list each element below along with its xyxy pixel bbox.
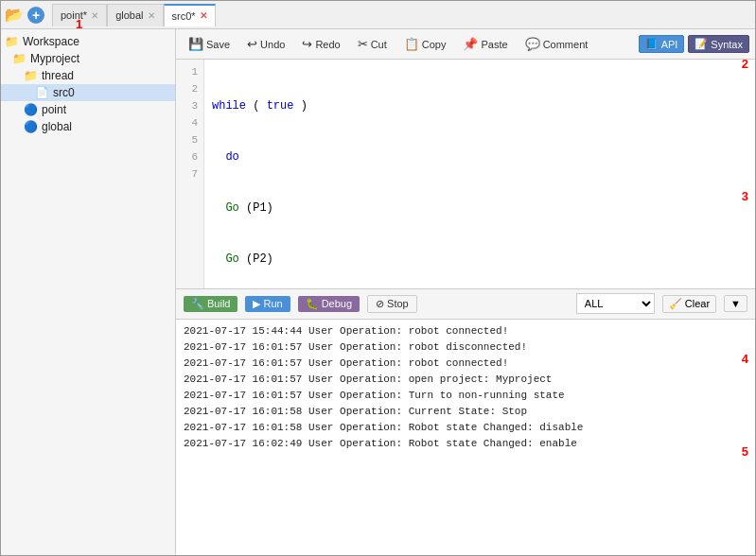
line-num-4: 4 — [176, 114, 203, 131]
point-icon: 🔵 — [24, 103, 38, 116]
line-num-7: 7 — [176, 165, 203, 182]
src0-icon: 📄 — [35, 86, 49, 99]
clear-button[interactable]: 🧹 Clear — [662, 295, 716, 313]
point-label: point — [42, 103, 66, 116]
bottom-toolbar: 🔧 Build ▶ Run 🐛 Debug ⊘ Stop ALL — [176, 289, 755, 320]
sidebar-item-myproject[interactable]: 📁 Myproject — [1, 50, 175, 67]
sidebar-item-point[interactable]: 🔵 point — [1, 101, 175, 118]
tab-point[interactable]: point* ✕ — [52, 4, 107, 26]
main-window: 📂 + point* ✕ global ✕ src0* ✕ 📁 Workspac… — [0, 0, 756, 556]
tab-point-label: point* — [61, 9, 87, 21]
line-numbers: 1 2 3 4 5 6 7 — [176, 60, 204, 288]
comment-button[interactable]: 💬 Comment — [519, 34, 595, 54]
editor-toolbar: 💾 Save ↩ Undo ↪ Redo ✂ Cut 📋 Copy — [176, 29, 755, 60]
myproject-icon: 📁 — [12, 52, 26, 65]
code-editor[interactable]: 1 2 3 4 5 6 7 while ( true ) do Go (P1) … — [176, 60, 755, 289]
code-line-2: do — [212, 148, 747, 165]
tab-bar: point* ✕ global ✕ src0* ✕ — [52, 4, 216, 26]
tab-src0-label: src0* — [172, 10, 196, 22]
cut-button[interactable]: ✂ Cut — [351, 34, 394, 54]
folder-icon: 📂 — [5, 6, 24, 24]
tab-global[interactable]: global ✕ — [107, 4, 163, 26]
debug-icon: 🐛 — [306, 298, 319, 310]
redo-button[interactable]: ↪ Redo — [295, 34, 346, 54]
comment-icon: 💬 — [525, 37, 540, 51]
paste-button[interactable]: 📌 Paste — [456, 34, 514, 54]
api-icon: 📘 — [645, 38, 659, 50]
tab-global-label: global — [115, 9, 143, 21]
build-button[interactable]: 🔧 Build — [184, 296, 237, 312]
sidebar-item-workspace[interactable]: 📁 Workspace — [1, 33, 175, 50]
sidebar: 📁 Workspace 📁 Myproject 📁 thread 📄 src0 … — [1, 29, 176, 555]
code-line-4: Go (P2) — [212, 251, 747, 268]
stop-icon: ⊘ — [376, 298, 384, 310]
add-tab-button[interactable]: + — [27, 7, 44, 24]
log-dropdown-button[interactable]: ▼ — [724, 295, 747, 312]
build-icon: 🔧 — [191, 298, 204, 310]
thread-label: thread — [42, 69, 74, 82]
line-num-5: 5 — [176, 131, 203, 148]
api-button[interactable]: 📘 API — [639, 35, 685, 53]
tab-global-close[interactable]: ✕ — [148, 10, 155, 21]
line-num-1: 1 — [176, 63, 203, 80]
debug-button[interactable]: 🐛 Debug — [298, 296, 360, 312]
line-num-6: 6 — [176, 148, 203, 165]
log-line-7: 2021-07-17 16:01:58 User Operation: Robo… — [184, 420, 747, 436]
syntax-button[interactable]: 📝 Syntax — [688, 35, 749, 53]
line-num-2: 2 — [176, 80, 203, 97]
code-content[interactable]: while ( true ) do Go (P1) Go (P2) end — [204, 60, 755, 288]
log-area: 2021-07-17 15:44:44 User Operation: robo… — [176, 320, 755, 556]
sidebar-item-thread[interactable]: 📁 thread — [1, 67, 175, 84]
clear-icon: 🧹 — [669, 298, 682, 310]
log-filter-select[interactable]: ALL ERROR WARNING INFO — [576, 293, 655, 314]
right-panel: 💾 Save ↩ Undo ↪ Redo ✂ Cut 📋 Copy — [176, 29, 755, 555]
stop-button[interactable]: ⊘ Stop — [367, 295, 417, 313]
log-line-4: 2021-07-17 16:01:57 User Operation: open… — [184, 372, 747, 388]
log-line-1: 2021-07-17 15:44:44 User Operation: robo… — [184, 323, 747, 339]
tab-point-close[interactable]: ✕ — [91, 10, 98, 21]
log-line-3: 2021-07-17 16:01:57 User Operation: robo… — [184, 356, 747, 372]
chevron-down-icon: ▼ — [730, 298, 741, 309]
run-icon: ▶ — [253, 298, 260, 310]
global-label: global — [42, 120, 72, 133]
sidebar-item-global[interactable]: 🔵 global — [1, 118, 175, 135]
sidebar-item-src0[interactable]: 📄 src0 — [1, 84, 175, 101]
undo-icon: ↩ — [247, 37, 257, 51]
thread-icon: 📁 — [24, 69, 38, 82]
log-line-8: 2021-07-17 16:02:49 User Operation: Robo… — [184, 436, 747, 452]
syntax-icon: 📝 — [694, 38, 708, 50]
copy-icon: 📋 — [404, 37, 419, 51]
log-line-5: 2021-07-17 16:01:57 User Operation: Turn… — [184, 388, 747, 404]
title-bar: 📂 + point* ✕ global ✕ src0* ✕ — [1, 1, 755, 29]
tab-src0-close[interactable]: ✕ — [200, 10, 207, 21]
workspace-icon: 📁 — [5, 35, 19, 48]
save-button[interactable]: 💾 Save — [182, 34, 237, 54]
main-area: 📁 Workspace 📁 Myproject 📁 thread 📄 src0 … — [1, 29, 755, 555]
run-button[interactable]: ▶ Run — [245, 296, 290, 312]
code-line-3: Go (P1) — [212, 200, 747, 217]
tab-src0[interactable]: src0* ✕ — [164, 4, 216, 26]
redo-icon: ↪ — [302, 37, 312, 51]
global-icon: 🔵 — [24, 120, 38, 133]
workspace-label: Workspace — [23, 35, 79, 48]
undo-button[interactable]: ↩ Undo — [240, 34, 291, 54]
myproject-label: Myproject — [30, 52, 79, 65]
paste-icon: 📌 — [463, 37, 478, 51]
log-line-2: 2021-07-17 16:01:57 User Operation: robo… — [184, 339, 747, 356]
code-line-1: while ( true ) — [212, 97, 747, 114]
cut-icon: ✂ — [358, 37, 368, 51]
copy-button[interactable]: 📋 Copy — [397, 34, 453, 54]
log-line-6: 2021-07-17 16:01:58 User Operation: Curr… — [184, 404, 747, 420]
src0-label: src0 — [53, 86, 75, 99]
line-num-3: 3 — [176, 97, 203, 114]
save-icon: 💾 — [188, 37, 203, 51]
